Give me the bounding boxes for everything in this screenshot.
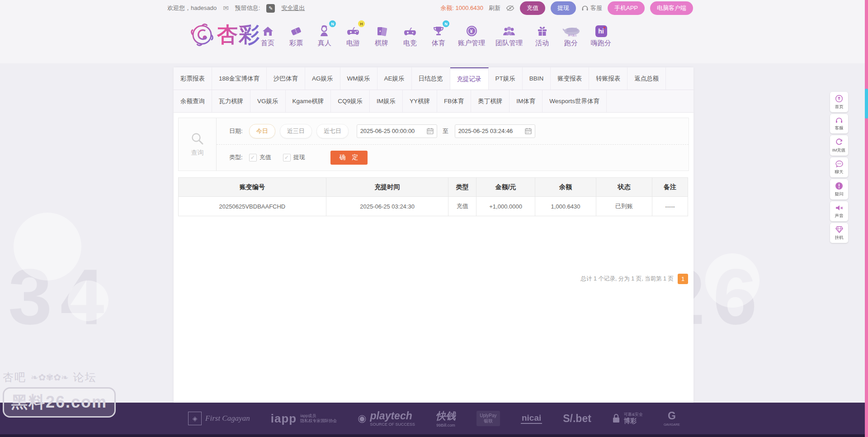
topbar-left: 欢迎您，hadesado ✉ 预留信息: ✎ 安全退出 (167, 0, 305, 16)
tab-wesports[interactable]: Wesports世界体育 (542, 90, 607, 112)
mobile-app-button[interactable]: 手机APP (608, 1, 645, 15)
tab-im-sports[interactable]: IM体育 (509, 90, 542, 112)
tab-ae[interactable]: AE娱乐 (377, 67, 412, 90)
nav-item-account[interactable]: ¥ 账户管理 (458, 24, 485, 48)
tab-rebate-total[interactable]: 返点总额 (627, 67, 666, 90)
nav-item-live[interactable]: N 真人 (316, 24, 334, 48)
nav-item-boardgames[interactable]: ♦ 棋牌 (373, 24, 391, 48)
tab-deposit-withdraw-records[interactable]: 充提记录 (450, 67, 489, 90)
cards-icon: ♦ (376, 24, 387, 37)
nav-item-egames[interactable]: H 电游 (344, 24, 362, 48)
type-checkbox-deposit[interactable]: ✓ 充值 (249, 153, 271, 162)
sidebar-item-home-top[interactable]: 首页 (830, 92, 848, 112)
tab-bbin[interactable]: BBIN (523, 67, 551, 90)
svg-text:犀牛跑分: 犀牛跑分 (568, 34, 577, 37)
sidebar-item-question[interactable]: 疑问 (830, 179, 848, 200)
type-checkbox-withdraw[interactable]: ✓ 提现 (283, 153, 305, 162)
tab-cq9[interactable]: CQ9娱乐 (331, 90, 370, 112)
footer-bottom-strip (0, 434, 868, 437)
watermark-site-box: 黑料26.com (3, 387, 116, 418)
deposit-button[interactable]: 充值 (520, 1, 545, 15)
logout-link[interactable]: 安全退出 (281, 4, 305, 12)
sidebar-item-sound[interactable]: 声音 (830, 201, 848, 221)
site-logo[interactable]: 杏彩 (190, 21, 260, 49)
tab-kgame[interactable]: Kgame棋牌 (286, 90, 331, 112)
new-badge: N (443, 20, 449, 27)
floating-sidebar: 首页 客服 IM充值 聊天 疑问 声音 挂机 (830, 92, 848, 243)
edit-pencil-icon[interactable]: ✎ (266, 4, 275, 13)
tab-balance-query[interactable]: 余额查询 (174, 90, 212, 112)
cell-remark: ----- (652, 197, 688, 216)
nav-item-promotions[interactable]: 活动 (533, 24, 551, 48)
tab-transfer-report[interactable]: 转账报表 (589, 67, 627, 90)
tab-daily-summary[interactable]: 日结总览 (412, 67, 450, 90)
eye-slash-icon[interactable] (506, 5, 514, 11)
pagination-summary: 总计 1 个记录, 分为 1 页, 当前第 1 页 (580, 275, 674, 283)
sidebar-item-idle[interactable]: 挂机 (830, 223, 848, 243)
confirm-button[interactable]: 确 定 (330, 151, 368, 165)
nav-item-paofen[interactable]: 犀牛跑分 跑分 (561, 24, 580, 48)
pc-client-button[interactable]: 电脑客户端 (650, 1, 693, 15)
tab-saba-sports[interactable]: 沙巴体育 (267, 67, 305, 90)
logo-99bill: 快钱 99Bill.com (436, 409, 456, 428)
nav-item-home[interactable]: 首页 (259, 24, 277, 48)
withdraw-button[interactable]: 提现 (551, 1, 576, 15)
scrollbar-thumb[interactable] (865, 89, 868, 119)
col-header-change-no: 账变编号 (179, 178, 326, 197)
tab-wali-chess[interactable]: 瓦力棋牌 (212, 90, 250, 112)
tab-fb-sports[interactable]: FB体育 (437, 90, 471, 112)
sidebar-item-im-recharge[interactable]: IM充值 (830, 135, 848, 156)
mute-speaker-icon (835, 204, 844, 212)
tab-pt[interactable]: PT娱乐 (489, 67, 523, 90)
nav-item-team[interactable]: 团队管理 (495, 24, 523, 48)
quick-date-3days[interactable]: 近三日 (280, 124, 312, 138)
topbar: 欢迎您，hadesado ✉ 预留信息: ✎ 安全退出 余额: 1000.643… (0, 0, 868, 16)
page-1-button[interactable]: 1 (678, 274, 688, 284)
table-row: 20250625VBDBAAFCHD 2025-06-25 03:24:30 充… (179, 197, 688, 216)
query-label: 查询 (191, 149, 204, 157)
col-header-time: 充提时间 (326, 178, 448, 197)
nav-item-sports[interactable]: N 体育 (429, 24, 448, 48)
tab-wm[interactable]: WM娱乐 (340, 67, 377, 90)
nav-item-hipaofen[interactable]: hi 嗨跑分 (591, 24, 611, 48)
nav-item-esports[interactable]: 电竞 (401, 24, 419, 48)
date-from-input[interactable]: 2025-06-25 00:00:00 (357, 124, 437, 138)
date-filter-row: 日期: 今日 近三日 近七日 2025-06-25 00:00:00 至 202… (217, 118, 689, 144)
watermark-title-row: 杏吧 ❧✿✾✿❧ 论坛 (3, 370, 116, 385)
tab-account-change-report[interactable]: 账变报表 (551, 67, 589, 90)
records-table: 账变编号 充提时间 类型 金额/元 余额 状态 备注 20250625VBDBA… (178, 177, 688, 216)
scrollbar-track[interactable] (865, 0, 868, 437)
col-header-amount: 金额/元 (476, 178, 535, 197)
date-to-input[interactable]: 2025-06-25 03:24:46 (455, 124, 535, 138)
bg-ball-decor (705, 253, 760, 308)
refresh-link[interactable]: 刷新 (489, 4, 500, 12)
tab-188-sports[interactable]: 188金宝博体育 (212, 67, 267, 90)
nav-item-lottery[interactable]: 彩票 (287, 24, 305, 48)
live-person-icon: N (318, 24, 331, 37)
logo-safe-gaming: 可靠&安全 博彩 (612, 412, 643, 425)
query-fields: 日期: 今日 近三日 近七日 2025-06-25 00:00:00 至 202… (217, 118, 689, 171)
quick-date-7days[interactable]: 近七日 (316, 124, 349, 138)
calendar-icon (525, 128, 532, 134)
tab-row-2: 余额查询 瓦力棋牌 VG娱乐 Kgame棋牌 CQ9娱乐 IM娱乐 YY棋牌 F… (174, 90, 693, 113)
logo-first-cagayan: ◈ First Cagayan (188, 412, 250, 425)
message-envelope-icon[interactable]: ✉ (223, 4, 229, 12)
bg-ball-decor (68, 280, 108, 321)
balance-label: 余额: (440, 5, 454, 11)
topbar-right: 余额: 1000.6430 刷新 充值 提现 客服 手机APP 电脑客户端 (440, 0, 693, 16)
tab-lottery-report[interactable]: 彩票报表 (174, 67, 212, 90)
tab-im-entertainment[interactable]: IM娱乐 (370, 90, 403, 112)
col-header-status: 状态 (596, 178, 652, 197)
footer-partner-bar: ◈ First Cagayan iapp iapp成员 隐私权专家国际协会 ◉ … (0, 403, 868, 434)
diamond-icon (835, 226, 844, 233)
quick-date-today[interactable]: 今日 (249, 124, 275, 138)
tab-aoding-chess[interactable]: 奥丁棋牌 (471, 90, 509, 112)
tab-ag[interactable]: AG娱乐 (305, 67, 340, 90)
customer-service-link[interactable]: 客服 (581, 4, 602, 12)
back-to-top-icon (835, 95, 843, 103)
sidebar-item-chat[interactable]: 聊天 (830, 157, 848, 177)
tab-vg[interactable]: VG娱乐 (250, 90, 286, 112)
sidebar-item-service[interactable]: 客服 (830, 114, 848, 133)
hot-badge: H (358, 20, 365, 27)
tab-yy-chess[interactable]: YY棋牌 (403, 90, 437, 112)
